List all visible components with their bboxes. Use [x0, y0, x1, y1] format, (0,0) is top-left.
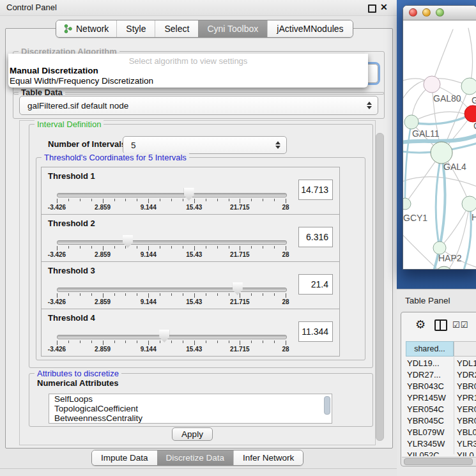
table-row[interactable]: YIL052CYIL0 — [406, 449, 476, 456]
slider-tick — [240, 199, 240, 203]
slider-tick — [286, 199, 286, 203]
slider-tick — [114, 199, 115, 201]
slider-tick — [114, 246, 115, 249]
table-row[interactable]: YBR043CYBR0 — [406, 380, 476, 392]
table-row[interactable]: YPR145WYPR1 — [406, 392, 476, 403]
column-header-shared-name[interactable]: shared... — [406, 341, 454, 357]
network-canvas[interactable]: GAL80GACGAL11GAL4GCY1HHAP2 — [403, 20, 476, 270]
slider-thumb[interactable] — [233, 282, 243, 295]
tab-style-label: Style — [126, 24, 146, 34]
network-node[interactable] — [404, 115, 418, 129]
slider-tick — [91, 199, 92, 201]
gear-icon[interactable]: ⚙ — [415, 318, 426, 332]
network-node[interactable] — [433, 242, 446, 254]
slider-thumb[interactable] — [123, 235, 133, 248]
float-window-icon[interactable] — [368, 4, 376, 13]
slider-tick — [160, 341, 160, 343]
apply-button[interactable]: Apply — [172, 427, 213, 441]
network-node-label: GA — [472, 95, 476, 105]
slider-tick — [274, 293, 275, 296]
slider-tick-label: 2.859 — [95, 204, 111, 211]
slider-tick-label: 15.43 — [186, 251, 202, 258]
slider-tick — [114, 293, 115, 296]
slider-tick-label: 21.715 — [230, 204, 250, 211]
slider-tick — [286, 246, 286, 250]
attribute-list-item[interactable]: SelfLoops — [49, 394, 332, 404]
network-window-titlebar[interactable] — [403, 6, 476, 20]
tab-select[interactable]: Select — [155, 20, 198, 37]
slider-tick-label: 28 — [282, 251, 289, 258]
table-data-combobox[interactable]: galFiltered.sif default node — [19, 96, 378, 115]
dropdown-option-equal-width[interactable]: Equal Width/Frequency Discretization — [10, 76, 153, 86]
slider-tick-label: 2.859 — [95, 251, 111, 258]
tab-cyni-toolbox[interactable]: Cyni Toolbox — [198, 20, 267, 37]
close-icon[interactable]: ✕ — [380, 2, 388, 12]
table-horizontal-scrollbar[interactable] — [402, 457, 476, 465]
network-node[interactable] — [461, 78, 476, 95]
tab-impute-data[interactable]: Impute Data — [92, 450, 157, 465]
slider-tick — [183, 293, 183, 296]
spinner-arrows-icon — [366, 102, 372, 109]
table-row[interactable]: YLR345WYLR3 — [406, 438, 476, 449]
tab-discretize-data[interactable]: Discretize Data — [157, 450, 234, 465]
network-node[interactable] — [431, 142, 452, 164]
slider-thumb[interactable] — [159, 330, 169, 342]
attribute-list-item[interactable]: BetweennessCentrality — [49, 413, 332, 423]
slider-tick — [148, 293, 149, 298]
list-scrollbar[interactable] — [324, 396, 330, 415]
table-row[interactable]: YDR27...YDR2 — [406, 369, 476, 380]
slider-tick-label: 9.144 — [141, 251, 157, 258]
attribute-list-item[interactable]: TopologicalCoefficient — [49, 404, 332, 413]
slider-tick — [125, 293, 126, 296]
network-node-label: GAL4 — [443, 162, 466, 172]
traffic-light-minimize-icon[interactable] — [422, 8, 431, 17]
slider-tick — [183, 246, 183, 249]
slider-tick — [229, 293, 229, 296]
panel-vertical-scrollbar[interactable] — [376, 133, 384, 441]
scrollbar-thumb[interactable] — [404, 458, 473, 465]
table-row[interactable]: YBR045CYBR0 — [406, 415, 476, 426]
table-row[interactable]: YDL19...YDL1 — [406, 357, 476, 369]
slider-tick — [217, 293, 218, 296]
cell-name: YBR0 — [454, 381, 476, 391]
table-row[interactable]: YBL079WYBL0 — [406, 426, 476, 438]
tab-network[interactable]: Network — [56, 20, 116, 37]
slider-tick-label: 28 — [282, 346, 289, 353]
slider-thumb[interactable] — [184, 188, 194, 201]
cell-shared-name: YER054C — [406, 404, 454, 414]
tab-style[interactable]: Style — [116, 20, 155, 37]
slider-tick — [148, 341, 149, 345]
tab-infer-network[interactable]: Infer Network — [233, 450, 303, 465]
slider-tick-label: 15.43 — [186, 298, 202, 305]
network-node[interactable] — [424, 76, 440, 93]
slider-tick — [91, 246, 92, 249]
slider-track[interactable] — [57, 288, 287, 292]
table-row[interactable]: YER054CYER0 — [406, 403, 476, 415]
column-header-name[interactable]: n — [454, 341, 476, 357]
slider-track[interactable] — [57, 335, 287, 339]
traffic-light-zoom-icon[interactable] — [436, 8, 444, 17]
tab-jactivemnodules[interactable]: jActiveMNodules — [267, 20, 352, 37]
dropdown-option-manual[interactable]: Manual Discretization — [10, 66, 98, 75]
slider-track[interactable] — [57, 240, 287, 245]
cell-name: YDR2 — [454, 370, 476, 380]
threshold-value-field[interactable]: 11.344 — [298, 321, 333, 342]
threshold-value-field[interactable]: 6.316 — [298, 227, 333, 247]
split-view-icon[interactable] — [434, 319, 447, 331]
threshold-value-field[interactable]: 14.713 — [298, 180, 333, 200]
slider-tick — [103, 199, 104, 203]
number-of-intervals-spinner[interactable]: 5 — [123, 136, 287, 154]
checkbox-icons[interactable]: ☑☑ — [452, 320, 468, 330]
numerical-attributes-list[interactable]: SelfLoopsTopologicalCoefficientBetweenne… — [49, 394, 332, 424]
slider-tick-label: 28 — [282, 204, 289, 211]
slider-tick — [125, 199, 126, 201]
slider-tick — [286, 293, 286, 298]
dropdown-prompt: Select algorithm to view settings — [8, 56, 368, 66]
slider-tick — [206, 341, 206, 343]
network-node[interactable] — [462, 196, 476, 211]
threshold-value-field[interactable]: 21.4 — [298, 274, 333, 295]
slider-track[interactable] — [57, 193, 287, 197]
traffic-light-close-icon[interactable] — [409, 8, 417, 17]
algorithm-dropdown-popup: Select algorithm to view settings Manual… — [8, 54, 368, 88]
slider-tick-label: 28 — [282, 298, 289, 305]
